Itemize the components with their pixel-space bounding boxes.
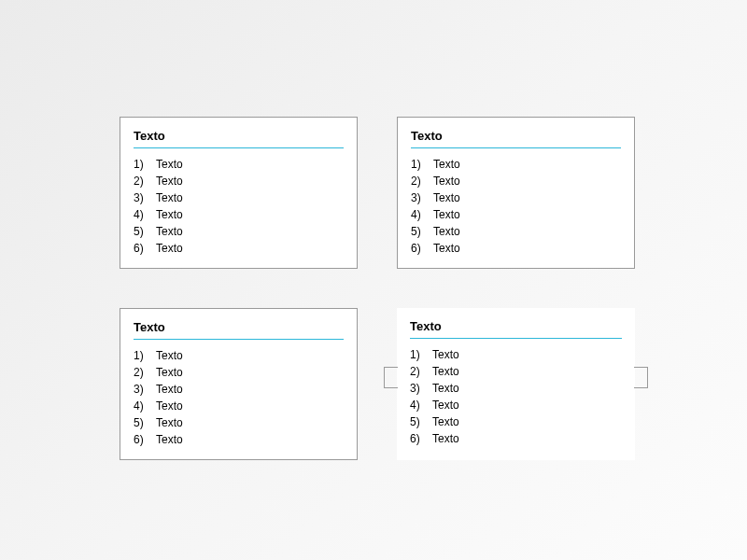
list-number: 6) — [134, 433, 156, 446]
list-item: 6)Texto — [134, 242, 344, 255]
list-text: Texto — [156, 191, 344, 204]
list-text: Texto — [156, 399, 344, 413]
list-number: 4) — [411, 208, 433, 221]
list-text: Texto — [433, 175, 621, 188]
list-number: 6) — [410, 432, 432, 445]
list-item: 2)Texto — [411, 175, 621, 188]
list-number: 4) — [134, 399, 156, 413]
list-number: 6) — [134, 242, 156, 255]
text-card: Texto 1)Texto 2)Texto 3)Texto 4)Texto 5)… — [120, 117, 358, 269]
list-text: Texto — [432, 348, 622, 361]
list-number: 5) — [134, 416, 156, 429]
list-number: 1) — [410, 348, 432, 361]
list-item: 6)Texto — [410, 432, 622, 445]
card-underline — [410, 338, 622, 339]
list-item: 6)Texto — [134, 433, 344, 446]
card-underline — [134, 147, 344, 148]
list-text: Texto — [156, 416, 344, 429]
list-item: 4)Texto — [410, 399, 622, 412]
list-item: 2)Texto — [134, 175, 344, 188]
list-number: 3) — [411, 191, 433, 204]
list-text: Texto — [156, 175, 344, 188]
list-item: 4)Texto — [134, 399, 344, 413]
list-item: 1)Texto — [134, 349, 344, 362]
list-number: 2) — [134, 175, 156, 188]
list-number: 1) — [134, 349, 156, 362]
text-card: Texto 1)Texto 2)Texto 3)Texto 4)Texto 5)… — [397, 308, 635, 460]
list-number: 1) — [134, 158, 156, 171]
list-item: 5)Texto — [410, 415, 622, 428]
list-text: Texto — [432, 415, 622, 428]
card-list: 1)Texto 2)Texto 3)Texto 4)Texto 5)Texto … — [411, 158, 621, 255]
card-title: Texto — [134, 129, 344, 143]
card-title: Texto — [411, 129, 621, 143]
list-text: Texto — [432, 432, 622, 445]
list-text: Texto — [156, 349, 344, 362]
list-item: 2)Texto — [410, 365, 622, 378]
list-item: 5)Texto — [134, 416, 344, 429]
card-underline — [134, 339, 344, 340]
list-item: 2)Texto — [134, 366, 344, 379]
card-grid: Texto 1)Texto 2)Texto 3)Texto 4)Texto 5)… — [120, 117, 635, 460]
card-underline — [411, 147, 621, 148]
list-text: Texto — [156, 433, 344, 446]
list-number: 4) — [410, 399, 432, 412]
card-list: 1)Texto 2)Texto 3)Texto 4)Texto 5)Texto … — [134, 158, 344, 255]
list-number: 3) — [410, 382, 432, 395]
list-item: 1)Texto — [134, 158, 344, 171]
list-number: 5) — [411, 225, 433, 238]
list-text: Texto — [156, 225, 344, 238]
list-item: 5)Texto — [134, 225, 344, 238]
list-number: 2) — [134, 366, 156, 379]
list-text: Texto — [433, 191, 621, 204]
card-list: 1)Texto 2)Texto 3)Texto 4)Texto 5)Texto … — [134, 349, 344, 446]
list-text: Texto — [156, 242, 344, 255]
list-item: 4)Texto — [134, 208, 344, 221]
list-text: Texto — [432, 365, 622, 378]
list-text: Texto — [156, 383, 344, 396]
list-item: 1)Texto — [410, 348, 622, 361]
list-item: 3)Texto — [411, 191, 621, 204]
list-number: 5) — [134, 225, 156, 238]
list-text: Texto — [156, 208, 344, 221]
list-number: 6) — [411, 242, 433, 255]
card-title: Texto — [410, 319, 622, 333]
list-item: 3)Texto — [410, 382, 622, 395]
text-card: Texto 1)Texto 2)Texto 3)Texto 4)Texto 5)… — [397, 117, 635, 269]
list-text: Texto — [433, 242, 621, 255]
list-text: Texto — [156, 158, 344, 171]
card-list: 1)Texto 2)Texto 3)Texto 4)Texto 5)Texto … — [410, 348, 622, 445]
list-text: Texto — [156, 366, 344, 379]
list-text: Texto — [433, 158, 621, 171]
list-item: 1)Texto — [411, 158, 621, 171]
list-number: 1) — [411, 158, 433, 171]
list-item: 5)Texto — [411, 225, 621, 238]
list-item: 3)Texto — [134, 191, 344, 204]
list-text: Texto — [433, 225, 621, 238]
text-card: Texto 1)Texto 2)Texto 3)Texto 4)Texto 5)… — [120, 308, 358, 460]
list-text: Texto — [432, 382, 622, 395]
list-text: Texto — [433, 208, 621, 221]
list-number: 5) — [410, 415, 432, 428]
list-item: 6)Texto — [411, 242, 621, 255]
list-item: 4)Texto — [411, 208, 621, 221]
list-number: 2) — [410, 365, 432, 378]
list-number: 3) — [134, 191, 156, 204]
list-item: 3)Texto — [134, 383, 344, 396]
list-number: 3) — [134, 383, 156, 396]
list-text: Texto — [432, 399, 622, 412]
list-number: 4) — [134, 208, 156, 221]
list-number: 2) — [411, 175, 433, 188]
card-title: Texto — [134, 320, 344, 334]
